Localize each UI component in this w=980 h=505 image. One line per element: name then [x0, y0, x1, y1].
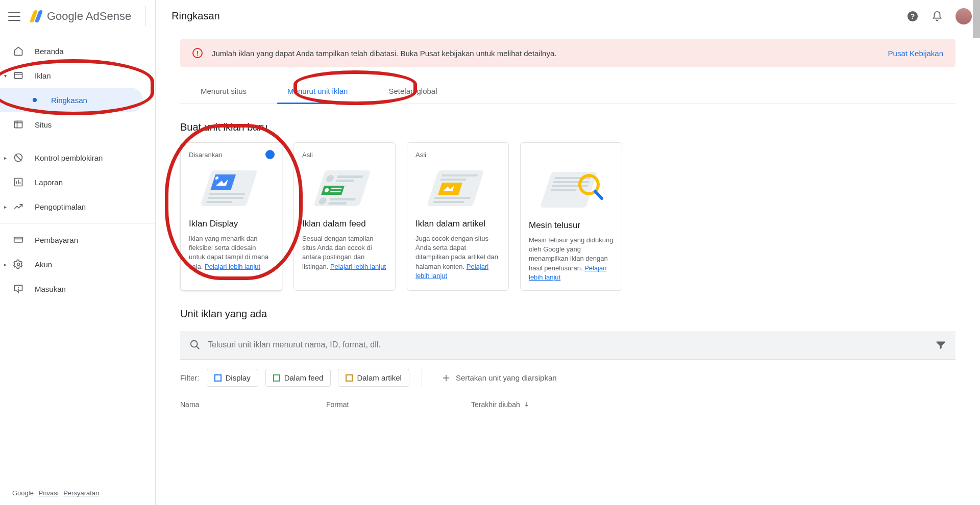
svg-rect-39 — [434, 197, 471, 199]
site-icon — [12, 118, 24, 131]
tab-global-settings[interactable]: Setelan global — [368, 79, 457, 104]
nav-label: Iklan — [35, 71, 51, 80]
svg-rect-2 — [15, 72, 22, 79]
col-modified[interactable]: Terakhir diubah — [471, 400, 530, 409]
trending-icon — [12, 200, 24, 213]
nav-label: Situs — [35, 120, 52, 129]
svg-rect-45 — [550, 189, 576, 191]
card-title: Iklan dalam feed — [302, 219, 387, 229]
sidebar-footer: Google Privasi Persyaratan — [0, 481, 155, 505]
nav-beranda[interactable]: Beranda — [0, 39, 155, 63]
nav-optimization[interactable]: ▸ Pengoptimalan — [0, 194, 155, 219]
include-archived-button[interactable]: Sertakan unit yang diarsipkan — [434, 369, 564, 387]
card-badge: Asli — [415, 151, 500, 159]
card-in-feed-ads[interactable]: Asli Iklan dalam feed Sesuai dengan tamp… — [293, 142, 396, 291]
svg-rect-27 — [335, 180, 354, 182]
table-header: Nama Format Terakhir diubah — [180, 400, 955, 409]
menu-icon[interactable] — [8, 10, 20, 22]
nav-laporan[interactable]: Laporan — [0, 170, 155, 194]
card-desc: Mesin telusur yang didukung oleh Google … — [529, 236, 614, 282]
nav-situs[interactable]: Situs — [0, 112, 155, 137]
main-content: ! Jumlah iklan yang dapat Anda tampilkan… — [156, 33, 980, 505]
svg-rect-26 — [337, 175, 363, 178]
svg-rect-44 — [552, 185, 588, 187]
adsense-logo[interactable]: Google AdSense — [31, 10, 131, 23]
svg-rect-31 — [330, 191, 341, 192]
card-illustration — [302, 163, 387, 214]
svg-line-8 — [15, 155, 21, 161]
filter-row: Filter: Display Dalam feed Dalam artikel… — [180, 369, 955, 387]
policy-center-link[interactable]: Pusat Kebijakan — [888, 49, 943, 58]
page-title: Ringkasan — [172, 10, 220, 22]
nav-label: Akun — [35, 260, 52, 269]
gear-icon — [12, 258, 24, 270]
nav-label: Laporan — [35, 178, 63, 187]
tabs: Menurut situs Menurut unit iklan Setelan… — [180, 79, 955, 104]
svg-line-47 — [595, 191, 602, 198]
footer-privacy-link[interactable]: Privasi — [39, 489, 59, 497]
learn-more-link[interactable]: Pelajari lebih lanjut — [205, 263, 260, 270]
card-badge — [529, 151, 614, 160]
card-illustration — [529, 164, 614, 215]
svg-rect-4 — [15, 121, 22, 128]
card-search-engine[interactable]: Mesin telusur Mesin telusur yang didukun… — [520, 142, 622, 291]
search-input[interactable] — [208, 340, 935, 349]
card-display-ads[interactable]: Disarankan Iklan Display Iklan yang mena… — [180, 142, 282, 291]
payment-icon — [12, 234, 24, 246]
card-desc: Iklan yang menarik dan fleksibel serta d… — [189, 234, 274, 271]
tab-by-ad-unit[interactable]: Menurut unit iklan — [267, 79, 368, 104]
card-illustration — [415, 163, 500, 214]
svg-rect-38 — [438, 183, 462, 195]
svg-rect-33 — [330, 198, 356, 200]
nav-blocking[interactable]: ▸ Kontrol pemblokiran — [0, 145, 155, 170]
card-title: Iklan dalam artikel — [415, 219, 500, 229]
nav-label: Pembayaran — [35, 236, 78, 244]
card-desc: Sesuai dengan tampilan situs Anda dan co… — [302, 234, 387, 271]
ad-icon — [12, 69, 24, 82]
nav-account[interactable]: ▸ Akun — [0, 252, 155, 276]
nav-payments[interactable]: Pembayaran — [0, 228, 155, 252]
alert-text: Jumlah iklan yang dapat Anda tampilkan t… — [212, 49, 556, 58]
existing-ad-units-title: Unit iklan yang ada — [180, 308, 955, 320]
svg-rect-40 — [433, 201, 464, 203]
nav-label: Kontrol pemblokiran — [35, 154, 103, 162]
top-bar: Google AdSense Ringkasan ? — [0, 0, 980, 33]
filter-label: Filter: — [180, 373, 200, 382]
amp-icon — [265, 150, 275, 159]
col-name[interactable]: Nama — [180, 400, 326, 409]
create-ad-unit-title: Buat unit iklan baru — [180, 121, 955, 133]
nav-ringkasan[interactable]: Ringkasan — [0, 88, 143, 112]
svg-rect-23 — [206, 201, 232, 203]
svg-rect-21 — [209, 193, 245, 195]
warning-icon: ! — [192, 48, 203, 58]
card-badge: Disarankan — [189, 151, 274, 159]
chip-in-article[interactable]: Dalam artikel — [338, 369, 409, 387]
nav-label: Masukan — [35, 285, 66, 293]
svg-point-15 — [17, 263, 20, 266]
help-icon[interactable]: ? — [906, 10, 919, 22]
account-avatar[interactable] — [955, 8, 972, 24]
policy-alert: ! Jumlah iklan yang dapat Anda tampilkan… — [180, 39, 955, 67]
scrollbar-thumb[interactable] — [973, 0, 980, 38]
search-bar[interactable] — [180, 331, 955, 360]
filter-icon[interactable] — [935, 339, 946, 350]
chip-display[interactable]: Display — [207, 369, 258, 387]
learn-more-link[interactable]: Pelajari lebih lanjut — [330, 263, 386, 270]
footer-terms-link[interactable]: Persyaratan — [63, 489, 99, 497]
nav-label: Ringkasan — [51, 96, 87, 105]
card-in-article-ads[interactable]: Asli Iklan dalam artikel Juga cocok deng… — [407, 142, 509, 291]
svg-rect-22 — [208, 197, 244, 199]
tab-by-site[interactable]: Menurut situs — [180, 79, 267, 104]
arrow-down-icon — [523, 401, 530, 408]
feedback-icon — [12, 283, 24, 295]
home-icon — [12, 45, 24, 57]
chevron-right-icon: ▸ — [4, 204, 10, 210]
chip-in-feed[interactable]: Dalam feed — [265, 369, 331, 387]
col-format[interactable]: Format — [326, 400, 471, 409]
svg-point-48 — [191, 341, 198, 347]
notifications-icon[interactable] — [931, 10, 943, 22]
nav-iklan[interactable]: ▾ Iklan — [0, 63, 155, 88]
nav-feedback[interactable]: Masukan — [0, 276, 155, 301]
chevron-down-icon: ▾ — [4, 73, 10, 79]
card-title: Iklan Display — [189, 219, 274, 229]
